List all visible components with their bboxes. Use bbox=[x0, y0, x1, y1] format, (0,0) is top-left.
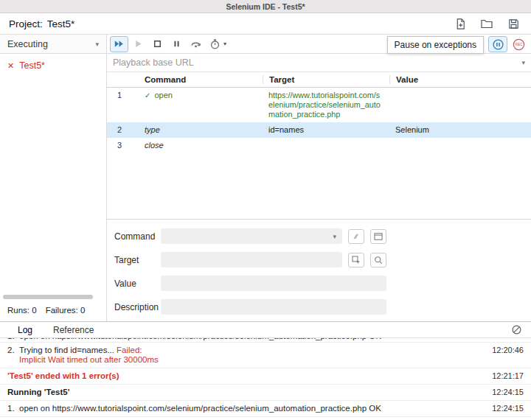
log-timestamp: 12:24:15 bbox=[492, 388, 524, 397]
log-entry: 2. Trying to find id=names...Failed: Imp… bbox=[0, 343, 531, 368]
command-field-label: Command bbox=[114, 231, 161, 242]
window-icon bbox=[373, 231, 384, 242]
clear-circle-slash-icon bbox=[511, 324, 522, 335]
description-input[interactable] bbox=[161, 299, 386, 315]
tab-log[interactable]: Log bbox=[7, 322, 43, 338]
open-project-button[interactable] bbox=[478, 16, 496, 31]
log-entry-text: Trying to find id=names...Failed: Implic… bbox=[19, 346, 492, 365]
svg-text:REC: REC bbox=[515, 43, 523, 46]
value-cell bbox=[389, 138, 531, 153]
log-timestamp: 12:20:46 bbox=[492, 346, 524, 355]
log-entry-number: 1. bbox=[7, 404, 19, 413]
log-timestamp: 12:24:15 bbox=[492, 404, 524, 413]
row-number: 3 bbox=[107, 138, 139, 153]
step-editor-form: Command ▾ ∕∕ Target Valu bbox=[107, 219, 531, 322]
step-row-1[interactable]: 1 ✓open https://www.tutorialspoint.com/s… bbox=[107, 88, 531, 122]
log-entry-clipped: 1. open on https://www.tutorialspoint.co… bbox=[0, 338, 531, 343]
value-cell: Selenium bbox=[389, 122, 531, 138]
step-row-3[interactable]: 3 close bbox=[107, 138, 531, 153]
stop-button[interactable] bbox=[148, 36, 167, 52]
log-entry-message: Trying to find id=names... bbox=[19, 346, 114, 354]
description-field-label: Description bbox=[114, 302, 161, 312]
row-number: 1 bbox=[107, 88, 139, 122]
command-text: open bbox=[154, 91, 172, 99]
pause-button[interactable] bbox=[167, 36, 186, 52]
step-row-2[interactable]: 2 type id=names Selenium bbox=[107, 122, 531, 138]
toggle-comment-button[interactable]: ∕∕ bbox=[348, 229, 364, 244]
command-select[interactable]: ▾ bbox=[161, 228, 342, 244]
failures-count: Failures: 0 bbox=[46, 306, 86, 315]
horizontal-scrollbar[interactable] bbox=[3, 295, 93, 299]
pause-circle-icon bbox=[492, 38, 504, 51]
rec-icon: REC bbox=[512, 38, 526, 52]
run-all-tests-button[interactable] bbox=[110, 36, 128, 52]
log-error-detail: Implicit Wait timed out after 30000ms bbox=[19, 355, 486, 365]
find-target-button[interactable] bbox=[370, 253, 386, 267]
search-icon bbox=[373, 255, 384, 265]
log-entry-text: Running 'Test5' bbox=[7, 388, 492, 397]
record-button[interactable]: REC bbox=[509, 36, 528, 52]
command-cell: type bbox=[139, 122, 263, 138]
log-timestamp: 12:21:17 bbox=[492, 371, 524, 381]
playback-base-url-row: ▾ bbox=[107, 54, 531, 72]
log-entry: 'Test5' ended with 1 error(s) 12:21:17 bbox=[0, 368, 531, 385]
test-list-dropdown[interactable]: Executing ▾ bbox=[0, 35, 106, 54]
command-field-row: Command ▾ ∕∕ bbox=[114, 228, 524, 244]
window-titlebar: Selenium IDE - Test5* bbox=[0, 0, 531, 13]
target-field-label: Target bbox=[114, 255, 161, 265]
run-current-test-button[interactable] bbox=[129, 36, 148, 52]
value-input[interactable] bbox=[161, 276, 386, 291]
opens-window-button[interactable] bbox=[370, 229, 386, 244]
passed-check-icon: ✓ bbox=[145, 91, 150, 99]
run-all-icon bbox=[113, 38, 125, 50]
test-item-test5[interactable]: ✕ Test5* bbox=[0, 54, 106, 77]
value-field-row: Value bbox=[114, 276, 524, 291]
log-panel: Log Reference 1. open on https://www.tut… bbox=[0, 321, 531, 420]
new-project-button[interactable] bbox=[451, 16, 469, 31]
clear-log-button[interactable] bbox=[509, 323, 524, 337]
save-project-button[interactable] bbox=[504, 16, 522, 31]
project-bar: Project: Test5* bbox=[0, 13, 531, 34]
command-cell: close bbox=[139, 138, 263, 153]
select-target-icon bbox=[351, 255, 361, 265]
url-dropdown-caret-icon[interactable]: ▾ bbox=[521, 59, 525, 66]
open-folder-icon bbox=[480, 17, 493, 30]
log-entry-number: 1. bbox=[7, 338, 19, 341]
value-cell bbox=[389, 88, 531, 122]
project-name: Test5* bbox=[47, 18, 75, 29]
steps-table-header: Command Target Value bbox=[107, 72, 531, 88]
target-input[interactable] bbox=[161, 252, 342, 267]
playback-toolbar: ▾ Pause on exceptions REC bbox=[107, 35, 531, 54]
log-entry: Running 'Test5' 12:24:15 bbox=[0, 385, 531, 401]
log-entry-text: open on https://www.tutorialspoint.com/s… bbox=[19, 404, 492, 413]
target-cell bbox=[263, 138, 389, 153]
log-entry-text: open on https://www.tutorialspoint.com/s… bbox=[19, 338, 524, 341]
run-stats: Runs: 0 Failures: 0 bbox=[7, 306, 85, 315]
pause-on-exceptions-tooltip: Pause on exceptions bbox=[387, 36, 484, 54]
row-number: 2 bbox=[107, 122, 139, 138]
select-target-in-page-button[interactable] bbox=[348, 253, 364, 267]
command-cell: ✓open bbox=[139, 88, 263, 122]
speed-dropdown-caret-icon[interactable]: ▾ bbox=[223, 41, 226, 47]
test-failed-x-icon: ✕ bbox=[7, 61, 14, 71]
command-select-caret-icon: ▾ bbox=[333, 233, 336, 240]
log-entry-text: 'Test5' ended with 1 error(s) bbox=[7, 371, 492, 381]
step-over-button[interactable] bbox=[187, 36, 205, 52]
play-icon bbox=[132, 38, 145, 50]
description-field-row: Description bbox=[114, 299, 524, 315]
test-speed-button[interactable] bbox=[206, 36, 224, 52]
log-entry: 2. Trying to find id=names... 12:24:15 bbox=[0, 417, 531, 420]
chevron-down-icon: ▾ bbox=[95, 41, 99, 48]
log-failed-tag: Failed: bbox=[117, 346, 142, 354]
project-label: Project: bbox=[9, 18, 43, 29]
tab-reference[interactable]: Reference bbox=[43, 322, 104, 338]
playback-base-url-input[interactable] bbox=[113, 57, 521, 68]
test-name: Test5* bbox=[19, 60, 45, 71]
stop-icon bbox=[151, 38, 164, 50]
stopwatch-icon bbox=[209, 38, 221, 50]
pause-on-exceptions-button[interactable] bbox=[488, 36, 507, 52]
new-project-icon bbox=[454, 18, 467, 30]
log-tab-bar: Log Reference bbox=[0, 322, 531, 338]
column-header-value: Value bbox=[389, 75, 531, 84]
save-icon bbox=[507, 18, 520, 30]
